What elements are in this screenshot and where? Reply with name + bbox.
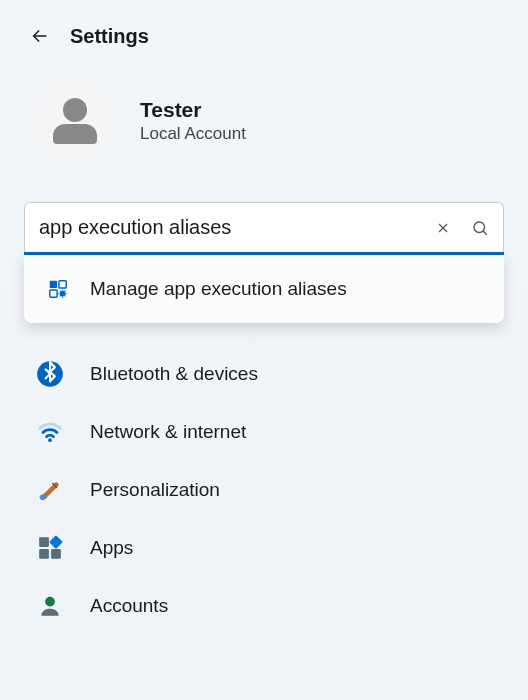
profile-text: Tester Local Account	[140, 98, 246, 144]
sidebar-item-personalization[interactable]: Personalization	[24, 461, 504, 519]
profile-name: Tester	[140, 98, 246, 122]
svg-rect-8	[39, 537, 49, 547]
wifi-icon	[36, 418, 64, 446]
svg-point-12	[45, 597, 55, 607]
profile-section[interactable]: Tester Local Account	[0, 68, 528, 186]
search-result-item[interactable]: Manage app execution aliases	[30, 269, 498, 309]
search-container: Manage app execution aliases	[24, 202, 504, 255]
svg-rect-10	[39, 549, 49, 559]
nav-label: Apps	[90, 537, 133, 559]
svg-rect-1	[50, 281, 57, 288]
search-result-label: Manage app execution aliases	[90, 278, 347, 300]
svg-point-0	[474, 222, 485, 233]
search-input[interactable]	[39, 216, 435, 239]
svg-rect-11	[51, 549, 61, 559]
bluetooth-icon	[36, 360, 64, 388]
svg-rect-3	[50, 290, 57, 297]
search-icon	[471, 219, 489, 237]
nav-label: Bluetooth & devices	[90, 363, 258, 385]
sidebar-item-network[interactable]: Network & internet	[24, 403, 504, 461]
svg-point-6	[48, 438, 52, 442]
back-button[interactable]	[28, 24, 52, 48]
avatar	[34, 80, 116, 162]
nav-label: Personalization	[90, 479, 220, 501]
person-icon	[36, 592, 64, 620]
search-box[interactable]	[24, 202, 504, 252]
arrow-left-icon	[29, 25, 51, 47]
header: Settings	[0, 0, 528, 68]
svg-point-4	[60, 291, 66, 297]
nav-label: Accounts	[90, 595, 168, 617]
brush-icon	[36, 476, 64, 504]
apps-icon	[36, 534, 64, 562]
page-title: Settings	[70, 25, 149, 48]
svg-point-7	[40, 494, 47, 499]
nav-list: Bluetooth & devices Network & internet P…	[0, 345, 528, 635]
search-results-dropdown: Manage app execution aliases	[24, 255, 504, 323]
nav-label: Network & internet	[90, 421, 246, 443]
svg-rect-2	[59, 281, 66, 288]
sidebar-item-bluetooth[interactable]: Bluetooth & devices	[24, 345, 504, 403]
search-button[interactable]	[471, 219, 489, 237]
sidebar-item-apps[interactable]: Apps	[24, 519, 504, 577]
clear-button[interactable]	[435, 220, 451, 236]
profile-subtitle: Local Account	[140, 124, 246, 144]
close-icon	[435, 220, 451, 236]
apps-gear-icon	[46, 277, 70, 301]
svg-rect-9	[49, 535, 63, 549]
sidebar-item-accounts[interactable]: Accounts	[24, 577, 504, 635]
